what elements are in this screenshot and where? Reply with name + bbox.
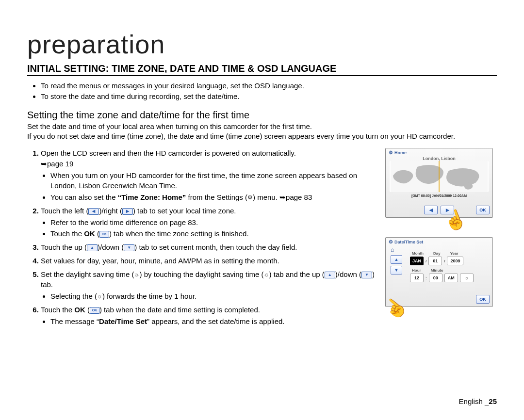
label-minute: Minute xyxy=(431,268,443,273)
page-number: 25 xyxy=(489,397,497,405)
label-month: Month xyxy=(412,251,424,256)
world-map xyxy=(390,161,489,192)
figure-title: Date/Time Set xyxy=(394,240,423,244)
ampm-field[interactable]: AM xyxy=(444,274,458,282)
up-icon: ▲ xyxy=(87,244,98,251)
step-2: Touch the left (◀)/right (▶) tab to set … xyxy=(41,206,376,239)
label-day: Day xyxy=(433,251,441,256)
dst-field[interactable]: ☼ xyxy=(460,274,474,282)
up-icon: ▲ xyxy=(325,272,335,278)
footer-lang: English _ xyxy=(459,397,489,405)
ok-icon: OK xyxy=(99,231,109,238)
step-sub: Selecting the (☼) forwards the time by 1… xyxy=(50,291,376,302)
year-field[interactable]: 2009 xyxy=(447,257,463,265)
ok-button[interactable]: OK xyxy=(476,206,490,214)
day-field[interactable]: 01 xyxy=(428,257,442,265)
down-icon: ▼ xyxy=(361,272,372,278)
step-5: Set the daylight saving time (☼) by touc… xyxy=(41,269,376,302)
up-button[interactable]: ▲ xyxy=(391,255,402,264)
step-3: Touch the up (▲)/down (▼) tab to set cur… xyxy=(41,242,376,253)
figure-title: Home xyxy=(394,150,407,155)
month-field[interactable]: JAN xyxy=(410,257,424,265)
step-sub: You can also set the “Time Zone: Home” f… xyxy=(50,192,376,203)
section-heading: INITIAL SETTING: TIME ZONE, DATE AND TIM… xyxy=(27,63,497,76)
figure-datetime: ⚙ Date/Time Set ⌂ ▲ ▼ Month Day Year xyxy=(385,237,493,307)
gear-icon: ⚙ xyxy=(389,150,393,155)
dst-icon: ☼ xyxy=(264,271,269,279)
figures-column: ⚙ Home London, Lisbon xyxy=(385,148,497,326)
gmt-label: [GMT 00:00] JAN/01/2009 12:00AM xyxy=(386,194,492,197)
label-year: Year xyxy=(450,251,458,256)
sub-heading: Setting the time zone and date/time for … xyxy=(27,110,497,121)
gear-icon: ⚙ xyxy=(247,194,253,202)
sub-desc: Set the date and time of your local area… xyxy=(27,122,497,142)
page-footer: English _25 xyxy=(459,397,497,405)
step-sub: Refer to the world time difference on pa… xyxy=(50,217,376,228)
page-title: preparation xyxy=(27,29,497,59)
intro-bullets: To read the menus or messages in your de… xyxy=(27,81,497,102)
intro-bullet: To read the menus or messages in your de… xyxy=(41,81,497,91)
step-6: Touch the OK (OK) tab when the date and … xyxy=(41,305,376,327)
left-button[interactable]: ◀ xyxy=(424,206,438,214)
step-text: Open the LCD screen and then the HD camc… xyxy=(41,149,296,157)
right-button[interactable]: ▶ xyxy=(441,206,454,214)
intro-bullet: To store the date and time during record… xyxy=(41,92,497,101)
step-sub: The message “Date/Time Set” appears, and… xyxy=(50,316,376,327)
home-icon: ⌂ xyxy=(391,246,394,253)
ok-button[interactable]: OK xyxy=(476,295,490,304)
left-icon: ◀ xyxy=(88,208,99,215)
step-sub: Touch the OK (OK) tab when the time zone… xyxy=(50,228,376,239)
gear-icon: ⚙ xyxy=(389,239,393,244)
right-icon: ▶ xyxy=(122,208,133,215)
step-4: Set values for day, year, hour, minute, … xyxy=(41,256,376,266)
figure-timezone: ⚙ Home London, Lisbon xyxy=(385,148,493,218)
dst-icon: ☼ xyxy=(134,271,140,279)
label-hour: Hour xyxy=(412,268,421,273)
figure-header: ⚙ Date/Time Set xyxy=(386,238,492,246)
manual-page: preparation INITIAL SETTING: TIME ZONE, … xyxy=(0,0,524,420)
steps-list: Open the LCD screen and then the HD camc… xyxy=(27,148,376,326)
dst-icon: ☼ xyxy=(97,292,102,301)
hour-field[interactable]: 12 xyxy=(410,274,424,282)
step-1: Open the LCD screen and then the HD camc… xyxy=(41,148,376,203)
city-label: London, Lisbon xyxy=(386,156,492,161)
minute-field[interactable]: 00 xyxy=(429,274,442,282)
step-sub: When you turn on your HD camcorder for t… xyxy=(50,170,376,192)
page-ref: ➥page 19 xyxy=(41,160,73,168)
ok-icon: OK xyxy=(90,307,99,314)
down-icon: ▼ xyxy=(124,244,134,251)
figure-header: ⚙ Home xyxy=(386,148,492,157)
down-button[interactable]: ▼ xyxy=(391,266,402,275)
